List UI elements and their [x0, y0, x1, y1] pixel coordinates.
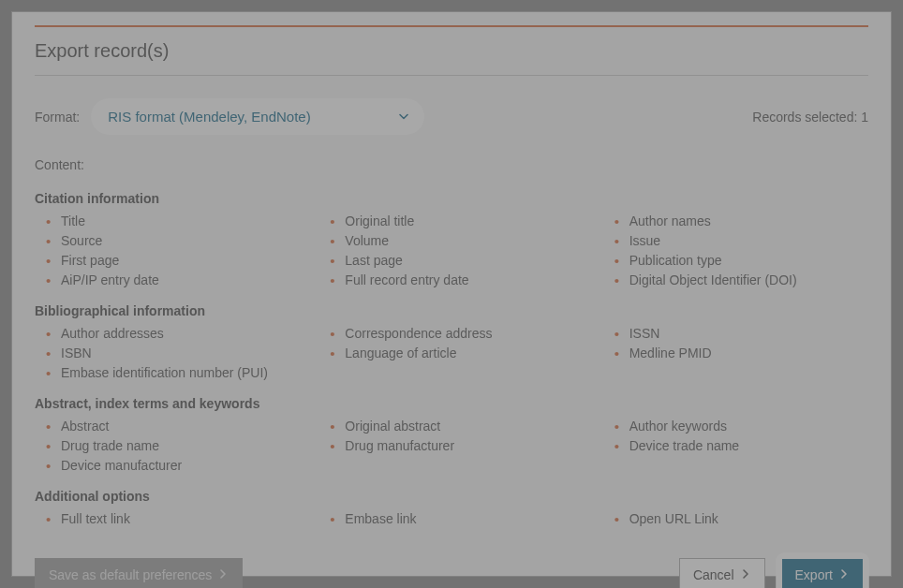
dim-overlay	[0, 0, 903, 588]
